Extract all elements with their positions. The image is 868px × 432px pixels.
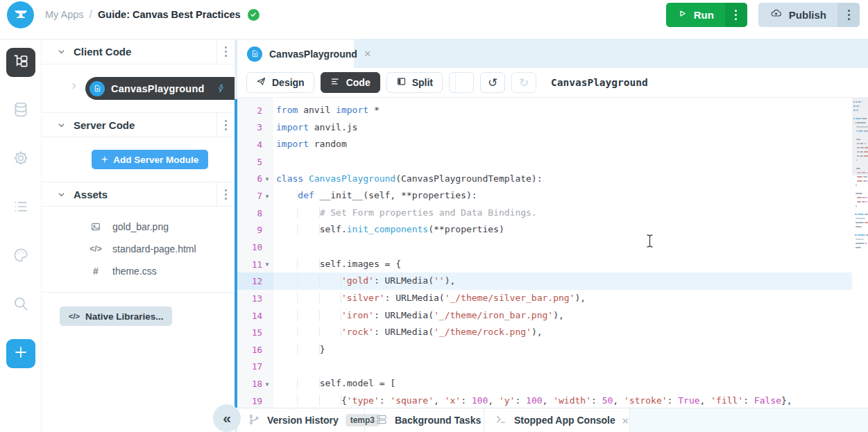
top-bar: My Apps / Guide: Canvas Best Practices R… [0,0,868,39]
asset-item-standard-page[interactable]: </> standard-page.html [42,238,235,260]
gutter-line: 19 [237,392,273,410]
minimap-line [856,226,868,227]
split-view-button[interactable]: Split [386,72,443,93]
tab-canvasplayground[interactable]: CanvasPlayground × [237,40,354,68]
kebab-icon [735,10,737,20]
gutter-line: 4 [237,136,273,153]
design-label: Design [272,77,305,88]
add-server-module-button[interactable]: + Add Server Module [92,150,208,169]
code-line [273,153,852,171]
code-file-icon: </> [89,244,103,254]
collapse-panel-button[interactable]: « [213,404,241,432]
code-editor[interactable]: 23456▾7▾891011▾12131415161718▾19 from an… [237,98,868,408]
minimap-line [857,201,868,202]
gutter-line: 3 [237,119,273,137]
gutter-line: 12 [237,273,273,290]
double-chevron-left-icon: « [223,410,231,426]
native-libraries-button[interactable]: </> Native Libraries... [60,306,172,326]
form-icon [247,46,262,62]
code-line: {'type': 'square', 'x': 100, 'y': 100, '… [273,392,852,408]
search-tab[interactable] [6,291,35,320]
anvil-logo[interactable] [7,1,34,28]
code-line: import anvil.js [273,119,852,137]
publish-button-group: Publish [758,3,860,27]
minimap[interactable] [852,98,868,408]
chevron-down-icon[interactable] [57,190,66,199]
client-code-label: Client Code [74,46,131,58]
fold-toggle-icon[interactable]: ▾ [262,381,272,388]
minimap-line [857,197,868,198]
code-line: self.model = [ [273,375,852,392]
minimap-viewport[interactable] [852,98,868,175]
add-button[interactable] [6,339,35,368]
search-icon [12,295,30,316]
code-area[interactable]: from anvil import *import anvil.jsimport… [273,98,852,408]
code-line: 'gold': URLMedia(''), [273,273,852,290]
run-options-button[interactable] [725,3,747,27]
gutter-line: 16 [237,341,273,358]
form-title: CanvasPlayground [551,77,648,88]
workspace: Client Code CanvasPlayground [0,39,868,432]
client-code-header[interactable]: Client Code [42,40,235,64]
version-history-tab[interactable]: Version History temp3 [237,408,365,432]
image-icon [89,221,103,232]
settings-tab[interactable] [6,145,35,174]
minimap-line [856,218,868,219]
minimap-line [856,239,868,240]
design-view-button[interactable]: Design [246,72,314,93]
tasks-icon [375,413,388,428]
publish-options-button[interactable] [837,3,860,27]
code-view-button[interactable]: Code [321,72,380,93]
fold-toggle-icon[interactable]: ▾ [262,261,272,268]
fold-toggle-icon[interactable]: ▾ [262,175,272,182]
data-tables-tab[interactable] [6,96,35,126]
gutter-line: 13 [237,290,273,307]
code-line: self.init_components(**properties) [273,221,852,239]
editor-menu-button[interactable] [449,72,474,93]
undo-icon: ↺ [488,77,497,89]
panel-resize-handle-active[interactable] [235,99,237,408]
run-button[interactable]: Run [666,3,725,27]
minimap-line [853,189,867,190]
minimap-line [855,234,868,236]
close-tab-icon[interactable]: × [364,48,371,60]
asset-item-theme-css[interactable]: # theme.css [42,260,235,282]
asset-item-gold-bar[interactable]: gold_bar.png [42,216,235,238]
app-browser-tab[interactable] [6,48,35,77]
tab-title: CanvasPlayground [269,49,357,60]
chevron-right-icon[interactable] [69,81,79,91]
assets-menu-button[interactable] [216,182,235,206]
undo-button[interactable]: ↺ [480,72,505,93]
gutter-line: 14 [237,307,273,325]
gutter-line: 7▾ [237,187,273,205]
code-line: from anvil import * [273,102,852,119]
server-code-menu-button[interactable] [216,113,235,137]
chevron-down-icon[interactable] [57,121,66,130]
close-console-icon[interactable]: × [622,415,629,426]
chevron-down-icon[interactable] [57,47,66,56]
kebab-icon [225,189,227,200]
background-tasks-tab[interactable]: Background Tasks [365,408,484,432]
app-logs-tab[interactable] [6,193,35,223]
client-code-menu-button[interactable] [216,40,235,64]
fold-toggle-icon[interactable]: ▾ [262,193,272,200]
editor-column: CanvasPlayground × Design Code [237,40,868,432]
palette-icon [12,246,30,267]
publish-label: Publish [789,9,826,21]
server-code-label: Server Code [74,119,135,131]
panel-resize-handle[interactable] [235,40,237,432]
theme-tab[interactable] [6,242,35,271]
split-view-icon [396,76,407,89]
minimap-line [856,205,868,207]
stopped-app-console-tab[interactable]: Stopped App Console × [484,408,630,432]
publish-button[interactable]: Publish [758,3,837,27]
breadcrumb-my-apps[interactable]: My Apps [45,9,84,20]
kebab-icon [848,10,850,20]
bottom-bar: Version History temp3 Background Tasks S… [237,408,868,432]
server-code-header[interactable]: Server Code [42,112,235,137]
form-item-canvasplayground[interactable]: CanvasPlayground [85,77,235,100]
redo-button[interactable]: ↻ [511,72,536,93]
minimap-line [856,247,868,248]
code-line: class CanvasPlayground(CanvasPlaygroundT… [273,171,852,188]
assets-header[interactable]: Assets [42,182,235,207]
